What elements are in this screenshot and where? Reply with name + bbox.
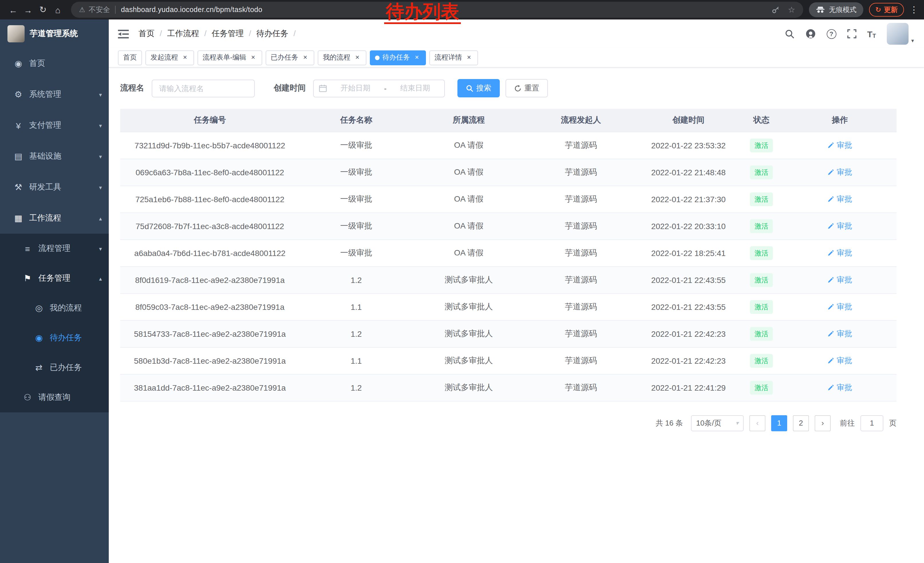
goto-page-input[interactable] (861, 415, 884, 431)
close-icon[interactable]: × (249, 54, 257, 62)
tab-my-process[interactable]: 我的流程 × (318, 50, 366, 65)
browser-back-button[interactable]: ← (6, 2, 21, 17)
task-name-cell: 1.2 (299, 374, 413, 401)
approve-link[interactable]: 审批 (828, 302, 852, 312)
fullscreen-icon[interactable] (847, 29, 856, 38)
update-button[interactable]: ↻ 更新 (869, 3, 904, 17)
update-label: 更新 (884, 5, 898, 15)
sidebar-item-home[interactable]: ◉ 首页 (0, 48, 109, 79)
browser-reload-button[interactable]: ↻ (36, 2, 50, 17)
table-row[interactable]: 381aa1dd-7ac8-11ec-a9e2-a2380e71991a 1.2… (120, 374, 897, 401)
search-button[interactable]: 搜索 (458, 79, 500, 98)
bookmark-star-icon[interactable]: ☆ (788, 5, 795, 14)
github-icon[interactable] (806, 29, 816, 39)
approve-link[interactable]: 审批 (828, 275, 852, 285)
security-label[interactable]: 不安全 (89, 5, 110, 15)
prev-page-button[interactable]: ‹ (749, 415, 765, 431)
task-table: 任务编号 任务名称 所属流程 流程发起人 创建时间 状态 (120, 109, 897, 401)
sidebar-item-system[interactable]: ⚙ 系统管理 ▾ (0, 79, 109, 110)
approve-link[interactable]: 审批 (828, 140, 852, 150)
approve-link[interactable]: 审批 (828, 248, 852, 258)
sidebar-item-my-process[interactable]: ◎ 我的流程 (0, 293, 109, 323)
tab-done-tasks[interactable]: 已办任务 × (266, 50, 314, 65)
tab-process-detail[interactable]: 流程详情 × (429, 50, 478, 65)
search-icon[interactable] (785, 29, 795, 39)
edit-pencil-icon (828, 276, 834, 283)
topbar: 首页 工作流程 任务管理 待办任务 (109, 20, 924, 48)
page-2-button[interactable]: 2 (793, 415, 809, 431)
process-cell: OA 请假 (413, 186, 525, 213)
close-icon[interactable]: × (413, 54, 421, 62)
breadcrumb-item[interactable]: 工作流程 (167, 29, 212, 39)
approve-link[interactable]: 审批 (828, 167, 852, 177)
task-name-cell: 一级审批 (299, 132, 413, 159)
search-icon (466, 84, 474, 92)
task-name-cell: 1.2 (299, 320, 413, 347)
process-name-input[interactable] (152, 79, 255, 97)
column-header: 任务编号 (120, 109, 299, 132)
close-icon[interactable]: × (181, 54, 189, 62)
sidebar-item-leave-query[interactable]: ⚇ 请假查询 (0, 383, 109, 412)
tab-todo-tasks[interactable]: 待办任务 × (370, 50, 426, 65)
table-row[interactable]: 75d72608-7b7f-11ec-a3c8-acde48001122 一级审… (120, 213, 897, 239)
next-page-button[interactable]: › (814, 415, 831, 431)
sidebar-item-payment[interactable]: ¥ 支付管理 ▾ (0, 110, 109, 141)
table-row[interactable]: 725a1eb6-7b88-11ec-8ef0-acde48001122 一级审… (120, 186, 897, 213)
table-row[interactable]: 580e1b3d-7ac8-11ec-a9e2-a2380e71991a 1.1… (120, 347, 897, 374)
infrastructure-icon: ▤ (13, 151, 24, 162)
table-row[interactable]: 069c6a63-7b8a-11ec-8ef0-acde48001122 一级审… (120, 159, 897, 186)
table-row[interactable]: 73211d9d-7b9b-11ec-b5b7-acde48001122 一级审… (120, 132, 897, 159)
edit-pencil-icon (828, 142, 834, 149)
table-row[interactable]: 8f059c03-7ac8-11ec-a9e2-a2380e71991a 1.1… (120, 293, 897, 320)
breadcrumb-item[interactable]: 任务管理 (212, 29, 256, 39)
url-text[interactable]: dashboard.yudao.iocoder.cn/bpm/task/todo (121, 6, 262, 14)
date-range-picker[interactable]: 开始日期 - 结束日期 (313, 79, 445, 97)
close-icon[interactable]: × (353, 54, 361, 62)
page-size-select[interactable]: 10条/页 ▾ (691, 415, 744, 431)
sidebar-item-process-manage[interactable]: ≡ 流程管理 ▾ (0, 234, 109, 263)
close-icon[interactable]: × (301, 54, 309, 62)
approve-link[interactable]: 审批 (828, 382, 852, 393)
approve-link[interactable]: 审批 (828, 194, 852, 204)
page-1-button[interactable]: 1 (771, 415, 787, 431)
avatar[interactable] (887, 23, 909, 45)
sidebar-item-done-tasks[interactable]: ⇄ 已办任务 (0, 353, 109, 383)
close-icon[interactable]: × (465, 54, 473, 62)
starter-cell: 芋道源码 (525, 186, 637, 213)
user-menu[interactable]: ▼ (887, 23, 915, 45)
process-name-label: 流程名 (120, 83, 144, 93)
approve-link[interactable]: 审批 (828, 221, 852, 231)
table-row[interactable]: 8f0d1619-7ac8-11ec-a9e2-a2380e71991a 1.2… (120, 266, 897, 293)
font-size-icon[interactable]: TT (867, 29, 876, 39)
reset-button[interactable]: 重置 (506, 79, 548, 98)
browser-home-button[interactable]: ⌂ (50, 2, 65, 17)
breadcrumb-item[interactable]: 首页 (138, 29, 167, 39)
approve-link[interactable]: 审批 (828, 355, 852, 366)
incognito-badge[interactable]: 无痕模式 (809, 2, 863, 17)
browser-menu-icon[interactable]: ⋮ (910, 5, 918, 15)
table-row[interactable]: a6aba0a4-7b6d-11ec-b781-acde48001122 一级审… (120, 239, 897, 266)
edit-pencil-icon (828, 330, 834, 337)
create-time-cell: 2022-01-21 22:43:55 (637, 293, 740, 320)
collapse-sidebar-button[interactable] (118, 29, 129, 39)
help-icon[interactable]: ? (826, 29, 836, 39)
sidebar-item-task-manage[interactable]: ⚑ 任务管理 ▴ (0, 263, 109, 293)
approve-link[interactable]: 审批 (828, 329, 852, 339)
task-name-cell: 一级审批 (299, 213, 413, 239)
table-row[interactable]: 58154733-7ac8-11ec-a9e2-a2380e71991a 1.2… (120, 320, 897, 347)
tab-start-process[interactable]: 发起流程 × (146, 50, 194, 65)
start-date-placeholder[interactable]: 开始日期 (332, 83, 380, 93)
key-icon[interactable] (772, 6, 780, 14)
sidebar-item-workflow[interactable]: ▦ 工作流程 ▴ (0, 203, 109, 234)
tab-home[interactable]: 首页 × (118, 50, 142, 65)
sidebar-item-devtools[interactable]: ⚒ 研发工具 ▾ (0, 172, 109, 203)
sidebar-item-todo-tasks[interactable]: ◉ 待办任务 (0, 323, 109, 353)
end-date-placeholder[interactable]: 结束日期 (391, 83, 439, 93)
tab-form-edit[interactable]: 流程表单-编辑 × (198, 50, 262, 65)
browser-forward-button[interactable]: → (21, 2, 36, 17)
sidebar-item-infrastructure[interactable]: ▤ 基础设施 ▾ (0, 141, 109, 172)
breadcrumb-item[interactable]: 待办任务 (256, 29, 301, 39)
task-name-cell: 1.1 (299, 347, 413, 374)
process-cell: OA 请假 (413, 239, 525, 266)
refresh-icon (514, 84, 522, 92)
